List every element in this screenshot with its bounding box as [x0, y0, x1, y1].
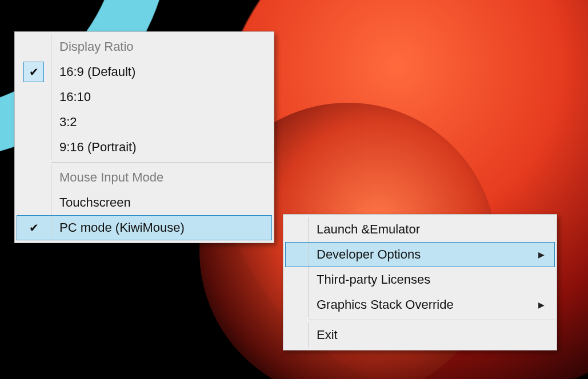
check-icon: ✔	[23, 62, 44, 82]
menu-item-label: Third-party Licenses	[309, 272, 545, 287]
menu-item-ratio-9-16[interactable]: 9:16 (Portrait)	[17, 135, 272, 160]
menu-item-third-party-licenses[interactable]: Third-party Licenses	[285, 267, 555, 292]
menu-item-ratio-16-9[interactable]: ✔ 16:9 (Default)	[17, 59, 272, 84]
menu-item-label: Developer Options	[309, 247, 525, 262]
menu-item-label: Touchscreen	[51, 195, 262, 210]
submenu-arrow-icon: ▶	[538, 250, 545, 259]
menu-item-launch-emulator[interactable]: Launch &Emulator	[285, 217, 555, 242]
menu-item-label: 16:9 (Default)	[51, 64, 262, 79]
menu-item-developer-options[interactable]: Developer Options ▶	[285, 242, 555, 267]
menu-item-label: Exit	[309, 328, 545, 342]
menu-item-pc-mode[interactable]: ✔ PC mode (KiwiMouse)	[17, 215, 272, 240]
menu-item-label: 16:10	[51, 90, 262, 104]
menu-item-ratio-3-2[interactable]: 3:2	[17, 110, 272, 135]
menu-item-label: Graphics Stack Override	[309, 297, 525, 312]
menu-item-label: 3:2	[51, 115, 262, 130]
menu-item-touchscreen[interactable]: Touchscreen	[17, 190, 272, 215]
section-header-display-ratio: Display Ratio	[17, 34, 272, 59]
menu-item-exit[interactable]: Exit	[285, 322, 555, 348]
menu-item-label: 9:16 (Portrait)	[51, 140, 262, 155]
submenu-arrow-icon: ▶	[538, 300, 545, 309]
section-header-label: Mouse Input Mode	[51, 170, 262, 185]
menu-item-label: PC mode (KiwiMouse)	[51, 220, 262, 235]
developer-options-submenu: Display Ratio ✔ 16:9 (Default) 16:10 3:2…	[14, 31, 274, 243]
section-header-mouse-mode: Mouse Input Mode	[17, 165, 272, 190]
menu-item-graphics-stack-override[interactable]: Graphics Stack Override ▶	[285, 292, 555, 317]
check-icon: ✔	[23, 217, 44, 238]
menu-item-ratio-16-10[interactable]: 16:10	[17, 84, 272, 110]
menu-item-label: Launch &Emulator	[309, 222, 545, 237]
section-header-label: Display Ratio	[51, 39, 262, 54]
menu-separator	[308, 320, 555, 320]
menu-separator	[51, 162, 272, 163]
main-context-menu: Launch &Emulator Developer Options ▶ Thi…	[283, 214, 557, 350]
